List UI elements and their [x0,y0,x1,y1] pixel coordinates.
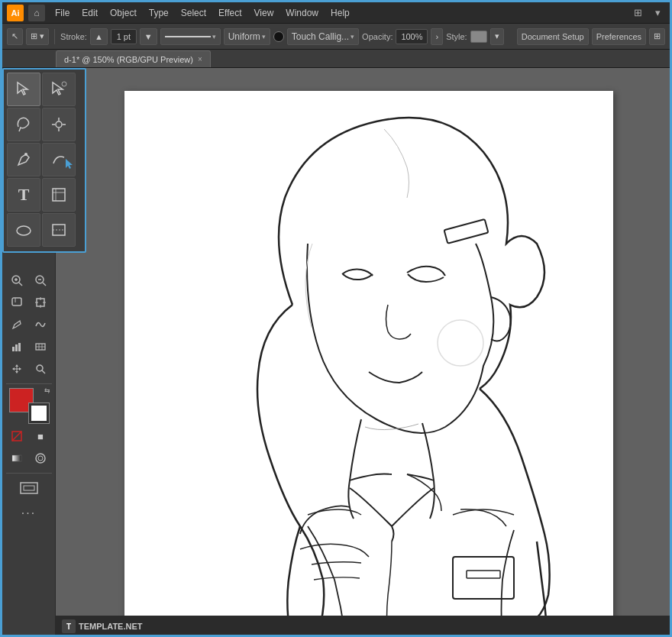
canvas-white [124,91,613,633]
none-fill-btn[interactable] [5,425,28,447]
pen-tool[interactable] [7,143,40,176]
magic-wand-tool[interactable] [42,108,76,141]
svg-line-18 [43,283,46,286]
pattern-btn[interactable] [29,448,52,469]
tab-bar: d-1* @ 150% (RGB/GPU Preview) × [2,50,670,68]
template-logo-text: TEMPLATE.NET [79,622,143,631]
more-tools-btn[interactable]: ··· [18,503,40,524]
tab-label: d-1* @ 150% (RGB/GPU Preview) [64,55,193,64]
menu-type[interactable]: Type [144,6,174,20]
pan-row [5,358,52,380]
style-label: Style: [446,32,467,41]
symbol-row [18,477,40,499]
svg-rect-27 [12,347,15,351]
svg-rect-20 [12,298,21,306]
menu-select[interactable]: Select [176,6,212,20]
stroke-down-btn[interactable]: ▼ [140,28,157,45]
fp-row-2 [7,108,82,141]
zoom-in-tool[interactable] [5,270,28,291]
ellipse-tool[interactable] [7,213,40,247]
chart-row [5,336,52,357]
bottom-bar: T TEMPLATE.NET [56,616,670,637]
swap-colors-btn[interactable]: ⇆ [44,386,50,394]
tab-close-btn[interactable]: × [198,55,202,63]
svg-point-46 [438,320,483,366]
more-row: ··· [18,503,40,524]
document-setup-btn[interactable]: Document Setup [517,28,589,45]
color-swatch[interactable] [273,31,284,42]
svg-point-34 [37,365,43,371]
style-expand-btn[interactable]: ▾ [490,28,504,45]
opacity-input[interactable] [396,29,428,44]
bar-chart-tool[interactable] [5,336,28,357]
opacity-expand-btn[interactable]: › [431,28,443,45]
expand-button[interactable]: ▾ [650,5,665,21]
preferences-btn[interactable]: Preferences [592,28,646,45]
hand-tool[interactable] [5,292,28,313]
selection-tool[interactable] [7,73,40,106]
stroke-up-btn[interactable]: ▲ [90,28,108,45]
toolbar-mode-btn[interactable]: ⊞ ▾ [26,28,49,45]
type-tool[interactable]: T [7,178,40,212]
uniform-dropdown[interactable]: Uniform ▾ [224,28,270,45]
style-swatch[interactable] [470,31,487,43]
svg-point-6 [24,153,27,156]
svg-point-10 [17,226,31,235]
menu-window[interactable]: Window [280,6,324,20]
artboard-tool[interactable] [29,292,52,313]
svg-line-14 [19,283,22,286]
menu-edit[interactable]: Edit [76,6,103,20]
svg-point-0 [62,82,66,86]
menu-view[interactable]: View [249,6,279,20]
smooth-tool[interactable] [29,314,52,335]
menu-effect[interactable]: Effect [213,6,247,20]
zoom-out-tool[interactable] [29,270,52,291]
fp-row-5 [7,213,82,247]
area-type-tool[interactable] [42,178,76,212]
column-chart-tool[interactable] [29,336,52,357]
zoom-tools-row [5,270,52,291]
pan-tool[interactable] [5,358,28,380]
stroke-type-dropdown[interactable]: ▾ [160,28,221,45]
menu-object[interactable]: Object [105,6,142,20]
stroke-value-input[interactable] [111,29,137,44]
toolbar-more-btn[interactable]: ⊞ [649,28,665,45]
toolbar-divider-1 [54,29,55,44]
artwork-svg [124,91,613,633]
opacity-label: Opacity: [362,32,393,41]
menu-file[interactable]: File [50,6,75,20]
canvas-area: T TEMPLATE.NET [56,68,670,637]
symbol-tool[interactable] [18,477,40,499]
layout-button[interactable]: ⊞ [630,5,645,21]
floating-tool-panel: T [2,68,86,253]
svg-rect-42 [24,486,34,490]
gradient-btn[interactable] [5,448,28,469]
direct-selection-tool[interactable] [42,73,76,106]
line-tool[interactable] [42,213,76,247]
svg-line-35 [42,370,45,373]
app-logo: Ai [7,5,24,21]
stroke-color-box[interactable] [29,403,49,423]
document-tab[interactable]: d-1* @ 150% (RGB/GPU Preview) × [56,50,211,67]
stroke-label: Stroke: [60,32,87,41]
svg-point-40 [38,456,43,461]
template-logo: T TEMPLATE.NET [62,619,143,633]
toolbar-select-btn[interactable]: ↖ [7,28,23,45]
color-extra-row [5,448,52,469]
fp-row-4: T [7,178,82,212]
magnify-tool[interactable] [29,358,52,380]
color-divider [6,383,52,384]
menu-bar: Ai ⌂ File Edit Object Type Select Effect… [2,2,670,24]
lasso-tool[interactable] [7,108,40,141]
touch-callig-dropdown[interactable]: Touch Callig... ▾ [287,28,359,45]
fill-stroke-area: ⇆ [9,388,49,423]
menu-help[interactable]: Help [325,6,355,20]
left-toolbar: T [2,68,56,637]
svg-rect-38 [12,455,21,461]
pencil-tool[interactable] [5,314,28,335]
bottom-divider [6,473,52,474]
none-stroke-btn[interactable]: ■ [29,425,52,447]
menu-right-icons: ⊞ ▾ [630,5,665,21]
home-button[interactable]: ⌂ [28,5,45,21]
curvature-tool[interactable] [42,143,76,176]
